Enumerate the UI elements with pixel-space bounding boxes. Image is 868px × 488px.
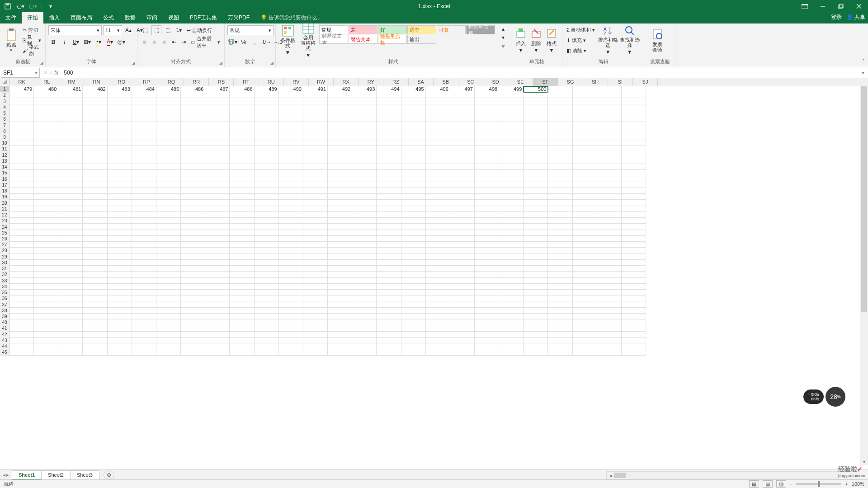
align-left-icon[interactable]: ≡ [140,37,149,47]
cell[interactable] [499,349,524,355]
cell[interactable] [58,158,83,164]
cell[interactable] [475,200,499,206]
cell[interactable] [9,104,34,110]
cell[interactable] [450,290,475,296]
cell[interactable] [255,314,279,319]
cell[interactable] [622,182,646,188]
cell[interactable] [108,266,132,272]
cell[interactable] [9,128,34,134]
cell[interactable] [548,343,572,349]
cell[interactable] [255,134,279,140]
cell[interactable] [83,224,107,230]
cell[interactable] [156,343,181,349]
cell[interactable] [328,290,352,296]
cell[interactable] [83,325,107,331]
cell[interactable] [475,230,499,236]
cell[interactable] [328,122,352,128]
cell[interactable] [132,128,156,134]
cell[interactable] [328,182,352,188]
cell[interactable] [303,338,328,343]
cell[interactable] [573,308,597,314]
cell[interactable] [426,194,450,200]
cell[interactable] [58,319,83,325]
cell[interactable] [303,343,328,349]
cell[interactable] [58,332,83,338]
cell[interactable] [108,152,132,158]
cell[interactable] [108,182,132,188]
cell[interactable] [573,104,597,110]
cell[interactable] [132,308,156,314]
cell[interactable] [622,349,646,355]
cell[interactable] [328,164,352,170]
cell[interactable] [205,272,230,277]
cell[interactable] [108,188,132,194]
indent-decrease-icon[interactable]: ⇤ [170,37,179,47]
cell[interactable] [303,200,328,206]
cell[interactable] [108,230,132,236]
style-检查单元格[interactable]: 检查单元格 [466,25,495,34]
cell[interactable] [328,236,352,242]
cell[interactable] [230,194,254,200]
row-header-33[interactable]: 33 [0,278,9,284]
cell[interactable] [58,212,83,218]
cell[interactable] [255,308,279,314]
cell[interactable]: 482 [83,86,107,92]
cell[interactable] [230,254,254,260]
cell[interactable] [328,319,352,325]
cell[interactable] [426,343,450,349]
cell[interactable] [181,146,205,152]
row-header-27[interactable]: 27 [0,242,9,248]
cell[interactable] [450,296,475,301]
cell[interactable] [83,260,107,266]
cell[interactable] [524,140,548,146]
cell[interactable] [597,325,622,331]
cell[interactable] [83,296,107,301]
cell[interactable] [279,301,303,307]
col-header-RY[interactable]: RY [359,78,383,86]
cell[interactable] [524,98,548,104]
align-top-icon[interactable]: ⬚ [140,25,150,35]
fx-icon[interactable]: fx [54,70,58,76]
cell[interactable] [58,224,83,230]
cell[interactable] [156,200,181,206]
cell[interactable] [450,146,475,152]
cell[interactable] [622,176,646,182]
cell[interactable] [377,206,401,212]
cell[interactable] [597,248,622,253]
cell[interactable] [279,128,303,134]
close-icon[interactable] [850,0,868,13]
clear-button[interactable]: ◧清除▾ [565,46,596,55]
tell-me-search[interactable]: 💡 告诉我您想要做什么... [255,12,327,23]
cell[interactable] [34,284,58,290]
cell[interactable] [156,152,181,158]
row-header-16[interactable]: 16 [0,176,9,183]
cell[interactable] [499,308,524,314]
cell[interactable] [573,212,597,218]
cell[interactable] [255,224,279,230]
cell[interactable]: 498 [475,86,499,92]
cell[interactable] [9,260,34,266]
cell[interactable] [328,110,352,116]
cell[interactable] [58,146,83,152]
cell[interactable] [83,308,107,314]
cell[interactable] [597,200,622,206]
cell[interactable] [58,290,83,296]
cell[interactable] [230,188,254,194]
cell[interactable] [475,122,499,128]
cell[interactable] [524,200,548,206]
cell[interactable] [9,212,34,218]
col-header-RU[interactable]: RU [259,78,284,86]
style-链接单元格[interactable]: 链接单元格 [378,35,407,44]
cell[interactable] [352,278,377,284]
cell[interactable] [377,218,401,224]
cell[interactable] [401,92,426,98]
cell[interactable] [9,332,34,338]
cell[interactable] [597,236,622,242]
col-header-SC[interactable]: SC [458,78,483,86]
cell[interactable] [279,242,303,248]
cell[interactable] [352,194,377,200]
cell[interactable] [230,104,254,110]
cell[interactable] [205,266,230,272]
cell[interactable] [524,104,548,110]
cell[interactable] [499,314,524,319]
